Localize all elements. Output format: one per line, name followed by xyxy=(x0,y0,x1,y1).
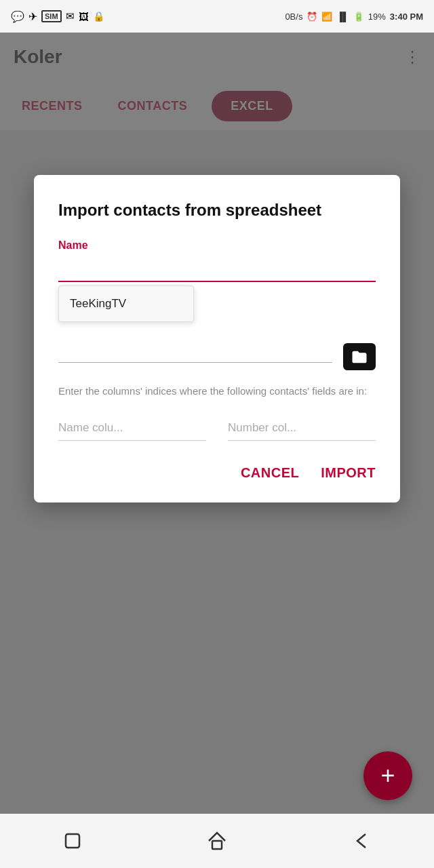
folder-icon xyxy=(350,347,369,366)
nav-back-button[interactable] xyxy=(345,825,378,857)
signal2-icon: ▐▌ xyxy=(336,12,349,22)
time-display: 3:40 PM xyxy=(390,12,423,22)
signal-icon: 📶 xyxy=(321,12,332,22)
fab-add-button[interactable]: + xyxy=(363,751,412,800)
battery-icon: 🔋 xyxy=(353,12,364,22)
import-dialog: Import contacts from spreadsheet Name Te… xyxy=(34,175,400,502)
bottom-nav xyxy=(0,814,434,868)
helper-text: Enter the columns' indices where the fol… xyxy=(58,384,376,399)
name-input-row: TeeKingTV xyxy=(58,256,376,282)
dialog-actions: CANCEL IMPORT xyxy=(58,465,376,481)
square-nav-icon xyxy=(62,830,83,852)
alarm-icon: ⏰ xyxy=(307,12,317,22)
number-col-wrap xyxy=(228,416,376,441)
gmail-icon: ✉ xyxy=(66,10,75,22)
nav-recents-button[interactable] xyxy=(56,825,89,857)
folder-button[interactable] xyxy=(343,343,376,370)
name-column-input[interactable] xyxy=(58,416,206,441)
number-column-input[interactable] xyxy=(228,416,376,441)
svg-rect-0 xyxy=(66,834,79,848)
whatsapp-icon: 💬 xyxy=(11,10,24,23)
column-inputs-row xyxy=(58,416,376,441)
back-nav-icon xyxy=(351,830,372,852)
status-bar: 💬 ✈ SIM ✉ 🖼 🔒 0B/s ⏰ 📶 ▐▌ 🔋 19% 3:40 PM xyxy=(0,0,434,33)
battery-percent: 19% xyxy=(368,12,386,22)
network-speed: 0B/s xyxy=(285,12,302,22)
status-icons-right: 0B/s ⏰ 📶 ▐▌ 🔋 19% 3:40 PM xyxy=(285,12,423,22)
photos-icon: 🖼 xyxy=(79,11,89,22)
svg-rect-1 xyxy=(212,841,222,849)
fab-plus-icon: + xyxy=(380,764,395,788)
name-col-wrap xyxy=(58,416,206,441)
dialog-title: Import contacts from spreadsheet xyxy=(58,199,376,220)
name-input[interactable] xyxy=(58,256,376,282)
lock-icon: 🔒 xyxy=(93,11,104,22)
status-icons-left: 💬 ✈ SIM ✉ 🖼 🔒 xyxy=(11,10,104,23)
name-suggestion-dropdown: TeeKingTV xyxy=(58,285,194,322)
file-select-row xyxy=(58,343,376,370)
import-button[interactable]: IMPORT xyxy=(321,465,376,481)
sim-icon: SIM xyxy=(41,10,62,22)
telegram-icon: ✈ xyxy=(28,10,37,23)
name-field-label: Name xyxy=(58,239,376,252)
file-input-display[interactable] xyxy=(58,351,332,363)
app-background: Koler ⋮ RECENTS CONTACTS EXCEL Import co… xyxy=(0,33,434,868)
cancel-button[interactable]: CANCEL xyxy=(241,465,299,481)
home-nav-icon xyxy=(206,830,228,852)
suggestion-teekingtv[interactable]: TeeKingTV xyxy=(59,286,193,321)
nav-home-button[interactable] xyxy=(201,825,233,857)
